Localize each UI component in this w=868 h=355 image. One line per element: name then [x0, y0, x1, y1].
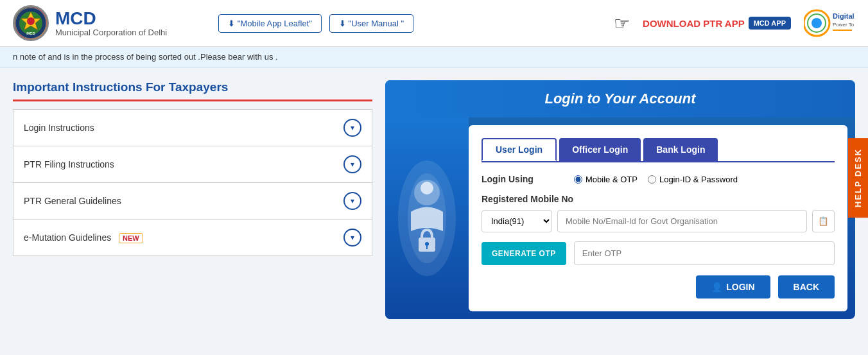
accordion-header-emutation[interactable]: e-Mutation Guidelines NEW ▾: [13, 220, 372, 255]
mobile-label: Registered Mobile No: [482, 194, 573, 204]
header-nav: ⬇ "Mobile App Leaflet" ⬇ "User Manual ": [218, 14, 413, 33]
login-button[interactable]: 👤 LOGIN: [696, 275, 770, 299]
chevron-down-icon-login: ▾: [343, 119, 361, 137]
accordion-label-guidelines: PTR General Guidelines: [24, 196, 121, 206]
tab-bank-login[interactable]: Bank Login: [643, 138, 718, 161]
scan-icon: 📋: [818, 216, 829, 226]
login-body: User Login Officer Login Bank Login Logi…: [385, 117, 855, 319]
accordion-emutation[interactable]: e-Mutation Guidelines NEW ▾: [13, 219, 372, 256]
chevron-down-icon-ptr: ▾: [343, 155, 361, 173]
accordion-ptr-guidelines[interactable]: PTR General Guidelines ▾: [13, 182, 372, 219]
mcd-logo-image: MCD: [13, 5, 49, 41]
download-ptr-area: DOWNLOAD PTR APP MCD APP: [643, 17, 791, 30]
header: MCD MCD Municipal Corporation of Delhi ⬇…: [0, 0, 868, 47]
person-icon: 👤: [711, 282, 722, 292]
svg-point-3: [27, 17, 35, 25]
otp-row: GENERATE OTP: [482, 241, 835, 265]
logo-text-area: MCD Municipal Corporation of Delhi: [55, 10, 167, 37]
logo-title: MCD: [55, 10, 167, 28]
new-badge: NEW: [119, 233, 143, 243]
accordion-header-guidelines[interactable]: PTR General Guidelines ▾: [13, 183, 372, 219]
accordion-label-emutation: e-Mutation Guidelines NEW: [24, 232, 143, 243]
accordion-label-login: Login Instructions: [24, 123, 94, 133]
radio-mobile-otp-input[interactable]: [574, 175, 582, 184]
tab-user-login[interactable]: User Login: [482, 138, 557, 161]
svg-text:MCD: MCD: [26, 31, 35, 35]
svg-point-16: [421, 182, 433, 195]
chevron-down-icon-guidelines: ▾: [343, 192, 361, 210]
accordion-header-ptr[interactable]: PTR Filing Instructions ▾: [13, 146, 372, 182]
right-panel: Login to Your Account: [385, 80, 855, 319]
radio-login-id-input[interactable]: [648, 175, 656, 184]
mobile-number-input[interactable]: [557, 210, 807, 232]
radio-mobile-otp[interactable]: Mobile & OTP: [574, 175, 638, 184]
svg-rect-11: [833, 29, 852, 30]
pointer-icon[interactable]: ☞: [614, 13, 630, 34]
main-content: Important Instructions For Taxpayers Log…: [0, 67, 868, 332]
mcd-app-badge: MCD APP: [749, 17, 791, 30]
digital-india-area: Digital India Power To Empower: [804, 7, 855, 39]
login-using-label: Login Using: [482, 174, 565, 184]
action-row: 👤 LOGIN BACK: [482, 275, 835, 299]
left-panel: Important Instructions For Taxpayers Log…: [13, 80, 372, 256]
mobile-scan-button[interactable]: 📋: [812, 210, 835, 232]
login-header: Login to Your Account: [385, 80, 855, 117]
login-illustration: [385, 117, 469, 319]
mobile-leaflet-button[interactable]: ⬇ "Mobile App Leaflet": [218, 14, 322, 33]
digital-india-logo: Digital India Power To Empower: [804, 7, 855, 39]
svg-point-7: [812, 18, 822, 28]
accordion-ptr-filing[interactable]: PTR Filing Instructions ▾: [13, 146, 372, 182]
radio-login-id[interactable]: Login-ID & Password: [648, 175, 738, 184]
radio-mobile-otp-label: Mobile & OTP: [586, 175, 638, 184]
logo-area: MCD MCD Municipal Corporation of Delhi: [13, 5, 167, 41]
user-manual-button[interactable]: ⬇ "User Manual ": [329, 14, 413, 33]
mobile-label-row: Registered Mobile No: [482, 193, 835, 205]
accordion-header-login[interactable]: Login Instructions ▾: [13, 110, 372, 146]
tab-officer-login[interactable]: Officer Login: [559, 138, 641, 161]
instructions-title: Important Instructions For Taxpayers: [13, 80, 372, 101]
header-right: ☞ DOWNLOAD PTR APP MCD APP Digital India…: [614, 7, 855, 39]
generate-otp-button[interactable]: GENERATE OTP: [482, 242, 566, 265]
download-ptr-text: DOWNLOAD PTR APP: [643, 18, 745, 29]
accordion-label-ptr: PTR Filing Instructions: [24, 159, 114, 169]
radio-group: Mobile & OTP Login-ID & Password: [574, 175, 738, 184]
country-code-select[interactable]: India(91): [482, 210, 552, 232]
login-decoration-svg: [392, 148, 462, 289]
login-form-container: User Login Officer Login Bank Login Logi…: [469, 125, 847, 311]
accordion-login-instructions[interactable]: Login Instructions ▾: [13, 109, 372, 146]
mobile-input-row: India(91) 📋: [482, 210, 835, 232]
help-desk-button[interactable]: HELP DESK: [848, 137, 868, 217]
logo-subtitle: Municipal Corporation of Delhi: [55, 28, 167, 37]
svg-text:Power To Empower: Power To Empower: [833, 22, 855, 28]
otp-input[interactable]: [574, 241, 835, 265]
svg-point-18: [425, 242, 429, 246]
login-btn-label: LOGIN: [726, 282, 754, 292]
chevron-down-icon-emutation: ▾: [343, 229, 361, 247]
radio-login-id-label: Login-ID & Password: [659, 175, 738, 184]
back-button[interactable]: BACK: [778, 275, 835, 299]
login-title: Login to Your Account: [544, 91, 695, 107]
login-tabs: User Login Officer Login Bank Login: [482, 138, 835, 162]
notice-text: n note of and is in the process of being…: [13, 52, 278, 62]
login-using-row: Login Using Mobile & OTP Login-ID & Pass…: [482, 174, 835, 184]
notice-bar: n note of and is in the process of being…: [0, 47, 868, 67]
svg-text:Digital India: Digital India: [833, 12, 855, 20]
